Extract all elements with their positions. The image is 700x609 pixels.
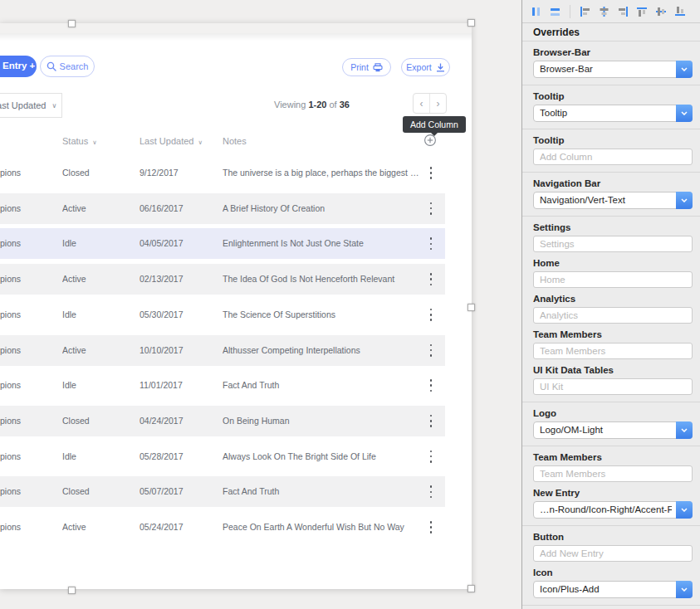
- distribute-horizontally-icon[interactable]: [530, 6, 542, 17]
- align-center-horizontally-icon[interactable]: [598, 6, 610, 17]
- table-row[interactable]: pions Closed 05/07/2017 Fact And Truth: [0, 476, 445, 507]
- toolbar-separator: [570, 5, 570, 18]
- pagination-control: ‹ ›: [413, 93, 447, 114]
- row-menu-icon[interactable]: [427, 519, 435, 535]
- sort-label: Last Updated: [0, 100, 46, 110]
- chevron-down-icon: [676, 105, 693, 122]
- team-members-2-text-input[interactable]: [533, 465, 693, 482]
- new-entry-label: Entry +: [2, 61, 35, 71]
- chevron-down-icon: ∨: [92, 139, 97, 146]
- resize-handle-bottom-center[interactable]: [68, 587, 76, 594]
- section-divider: [522, 525, 700, 526]
- row-menu-icon[interactable]: [427, 449, 435, 465]
- override-field-team-members: Team Members: [533, 329, 693, 359]
- chevron-down-icon: [676, 192, 693, 209]
- override-field-analytics: Analytics: [533, 294, 693, 324]
- section-divider: [522, 216, 700, 217]
- button-text-input[interactable]: [533, 545, 693, 562]
- search-label: Search: [60, 61, 89, 71]
- export-label: Export: [406, 62, 431, 72]
- table-row[interactable]: pions Idle 11/01/2017 Fact And Truth: [0, 370, 445, 401]
- resize-handle-bottom-right[interactable]: [467, 585, 475, 592]
- next-page-button[interactable]: ›: [430, 94, 446, 113]
- override-field-settings: Settings: [533, 222, 693, 252]
- print-label: Print: [350, 62, 369, 72]
- align-left-icon[interactable]: [579, 6, 591, 17]
- chevron-down-icon: ∨: [51, 102, 56, 110]
- table-row[interactable]: pions Closed 04/24/2017 On Being Human: [0, 406, 445, 436]
- align-middle-vertically-icon[interactable]: [655, 6, 668, 17]
- navigation-bar-dropdown[interactable]: Navigation/Vert-Text: [533, 192, 693, 209]
- artboard[interactable]: Entry + Search Print Export: [0, 23, 472, 589]
- row-menu-icon[interactable]: [427, 201, 435, 217]
- align-right-icon[interactable]: [617, 6, 629, 17]
- prev-page-button[interactable]: ‹: [414, 94, 430, 113]
- table-row[interactable]: pions Closed 9/12/2017 The universe is a…: [0, 158, 445, 188]
- chevron-down-icon: [676, 501, 693, 519]
- resize-handle-top-center[interactable]: [68, 20, 76, 27]
- row-menu-icon[interactable]: [427, 165, 435, 181]
- override-field-home: Home: [533, 258, 693, 288]
- column-header-last-updated[interactable]: Last Updated∨: [140, 136, 203, 146]
- override-field-tooltip-text: Tooltip: [533, 135, 693, 165]
- table-row[interactable]: pions Active 05/24/2017 Peace On Earth A…: [0, 512, 445, 543]
- resize-handle-right-middle[interactable]: [467, 304, 475, 311]
- override-field-icon: Icon Icon/Plus-Add: [533, 568, 693, 598]
- browser-bar-dropdown[interactable]: Browser-Bar: [533, 61, 693, 78]
- chevron-down-icon: [676, 421, 693, 439]
- printer-icon: [373, 63, 383, 72]
- section-divider: [522, 446, 700, 446]
- override-field-navigation-bar: Navigation Bar Navigation/Vert-Text: [533, 178, 693, 209]
- viewing-status: Viewing 1-20 of 36: [274, 100, 350, 110]
- search-button[interactable]: Search: [40, 56, 95, 77]
- home-text-input[interactable]: [533, 271, 693, 288]
- settings-text-input[interactable]: [533, 236, 693, 252]
- row-menu-icon[interactable]: [427, 307, 435, 323]
- section-divider: [522, 402, 700, 402]
- table-row[interactable]: pions Active 10/10/2017 Althusser Compet…: [0, 335, 445, 366]
- overrides-section-title: Overrides: [522, 23, 700, 41]
- override-field-browser-bar: Browser-Bar Browser-Bar: [533, 47, 693, 78]
- logo-dropdown[interactable]: Logo/OM-Light: [533, 421, 693, 439]
- ui-kit-text-input[interactable]: [533, 378, 693, 395]
- distribute-vertically-icon[interactable]: [549, 6, 561, 17]
- new-entry-button[interactable]: Entry +: [0, 56, 37, 77]
- team-members-text-input[interactable]: [533, 343, 693, 359]
- align-bottom-icon[interactable]: [674, 6, 687, 17]
- new-entry-dropdown[interactable]: …n-Round/Icon-Right/Accent-Fill: [533, 501, 693, 519]
- row-menu-icon[interactable]: [427, 236, 435, 251]
- column-header-status[interactable]: Status∨: [62, 136, 97, 146]
- sort-dropdown[interactable]: Last Updated ∨: [0, 93, 62, 118]
- section-divider: [522, 129, 700, 129]
- row-menu-icon[interactable]: [427, 484, 435, 499]
- icon-dropdown[interactable]: Icon/Plus-Add: [533, 581, 693, 598]
- chevron-right-icon: ›: [437, 98, 440, 110]
- table-row[interactable]: pions Active 02/13/2017 The Idea Of God …: [0, 264, 445, 295]
- section-divider: [522, 85, 700, 85]
- chevron-down-icon: [676, 581, 693, 598]
- search-icon: [47, 61, 56, 71]
- table-row[interactable]: pions Active 06/16/2017 A Brief History …: [0, 193, 445, 224]
- align-top-icon[interactable]: [636, 6, 649, 17]
- resize-handle-top-right[interactable]: [467, 19, 475, 27]
- export-button[interactable]: Export: [401, 58, 450, 76]
- row-menu-icon[interactable]: [427, 378, 435, 393]
- tooltip-text-input[interactable]: [533, 149, 693, 165]
- download-icon: [436, 63, 445, 72]
- column-header-notes[interactable]: Notes: [223, 136, 247, 146]
- table-row[interactable]: pions Idle 05/30/2017 The Science Of Sup…: [0, 300, 445, 330]
- table-row-selected[interactable]: pions Idle 04/05/2017 Enlightenment Is N…: [0, 228, 445, 259]
- analytics-text-input[interactable]: [533, 307, 693, 324]
- design-canvas[interactable]: Entry + Search Print Export: [0, 0, 521, 609]
- row-menu-icon[interactable]: [427, 271, 435, 287]
- chevron-down-icon: ∨: [198, 139, 203, 146]
- row-menu-icon[interactable]: [427, 343, 435, 358]
- viewing-range: 1-20: [308, 100, 326, 110]
- add-column-tooltip: Add Column: [403, 116, 466, 133]
- chevron-down-icon: [676, 61, 693, 78]
- print-button[interactable]: Print: [342, 58, 391, 76]
- tooltip-dropdown[interactable]: Tooltip: [533, 105, 693, 122]
- section-divider: [522, 172, 700, 173]
- row-menu-icon[interactable]: [427, 413, 435, 429]
- table-row[interactable]: pions Idle 05/28/2017 Always Look On The…: [0, 441, 445, 472]
